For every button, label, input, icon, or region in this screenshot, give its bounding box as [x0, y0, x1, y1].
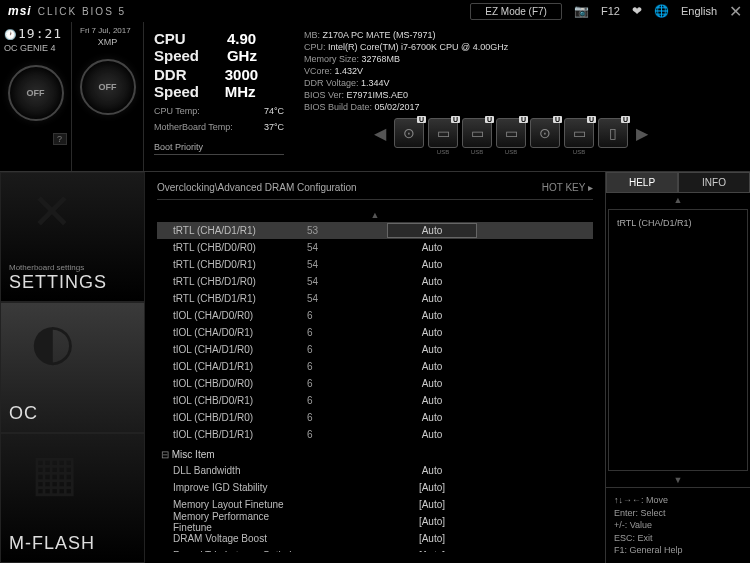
nav-settings[interactable]: ✕ Motherboard settings SETTINGS — [0, 172, 145, 302]
setting-name: tIOL (CHB/D0/R1) — [157, 395, 307, 406]
setting-val: Auto — [387, 361, 477, 372]
setting-row[interactable]: tRTL (CHB/D0/R0)54Auto — [157, 239, 593, 256]
hotkey-button[interactable]: HOT KEY — [542, 182, 593, 193]
mb-temp-label: MotherBoard Temp: — [154, 122, 233, 132]
hammer-icon: ✕ — [31, 183, 73, 241]
boot-device[interactable]: ⊙U — [394, 118, 424, 148]
msi-logo: msi — [8, 4, 32, 18]
setting-row[interactable]: tIOL (CHB/D1/R1)6Auto — [157, 426, 593, 443]
language-icon[interactable]: 🌐 — [654, 4, 669, 18]
breadcrumb: Overclocking\Advanced DRAM Configuration — [157, 182, 357, 193]
screenshot-icon[interactable]: 📷 — [574, 4, 589, 18]
clock-time: 19:21 — [18, 26, 62, 41]
setting-name: tRTL (CHB/D1/R1) — [157, 293, 307, 304]
cpu-speed-value: 4.90 GHz — [227, 30, 284, 64]
boot-next-icon[interactable]: ▶ — [632, 118, 652, 148]
xmp-state: OFF — [99, 82, 117, 92]
favorites-icon[interactable]: ❤ — [632, 4, 642, 18]
setting-name: tIOL (CHA/D0/R0) — [157, 310, 307, 321]
setting-num: 6 — [307, 327, 387, 338]
setting-num: 6 — [307, 412, 387, 423]
setting-row[interactable]: tIOL (CHB/D0/R0)6Auto — [157, 375, 593, 392]
setting-val: Auto — [387, 293, 477, 304]
boot-device[interactable]: ▭UUSB — [428, 118, 458, 148]
scroll-up-icon[interactable]: ▲ — [157, 208, 593, 222]
setting-row[interactable]: DLL BandwidthAuto — [157, 462, 593, 479]
setting-num: 54 — [307, 276, 387, 287]
boot-sub-label: USB — [505, 149, 517, 155]
clock-icon: 🕐 — [4, 29, 16, 40]
boot-device[interactable]: ▭UUSB — [462, 118, 492, 148]
setting-val: Auto — [387, 327, 477, 338]
help-scroll-up-icon[interactable]: ▲ — [606, 193, 750, 207]
setting-name: DLL Bandwidth — [157, 465, 307, 476]
setting-row[interactable]: DRAM Voltage Boost[Auto] — [157, 530, 593, 547]
setting-row[interactable]: tIOL (CHA/D1/R0)6Auto — [157, 341, 593, 358]
cpu-temp-value: 74°C — [264, 106, 284, 116]
oc-genie-state: OFF — [27, 88, 45, 98]
setting-row[interactable]: tIOL (CHA/D0/R0)6Auto — [157, 307, 593, 324]
mb-temp-value: 37°C — [264, 122, 284, 132]
uefi-badge: U — [519, 116, 528, 123]
help-keys: ↑↓→←: Move Enter: Select +/-: Value ESC:… — [606, 487, 750, 563]
help-scroll-down-icon[interactable]: ▼ — [606, 473, 750, 487]
uefi-badge: U — [587, 116, 596, 123]
setting-row[interactable]: Round Trip Latency Optimize[Auto] — [157, 547, 593, 552]
boot-device[interactable]: ⊙U — [530, 118, 560, 148]
close-icon[interactable]: ✕ — [729, 2, 742, 21]
nav-settings-label: SETTINGS — [9, 272, 136, 293]
setting-row[interactable]: Improve IGD Stability[Auto] — [157, 479, 593, 496]
setting-name: tIOL (CHB/D1/R1) — [157, 429, 307, 440]
oc-genie-dial[interactable]: OFF — [8, 65, 64, 121]
boot-device[interactable]: ▭UUSB — [564, 118, 594, 148]
setting-val: Auto — [387, 223, 477, 238]
setting-row[interactable]: tIOL (CHB/D1/R0)6Auto — [157, 409, 593, 426]
setting-row[interactable]: tRTL (CHB/D1/R0)54Auto — [157, 273, 593, 290]
nav-oc-label: OC — [9, 403, 136, 424]
setting-row[interactable]: tIOL (CHA/D0/R1)6Auto — [157, 324, 593, 341]
cpu-temp-label: CPU Temp: — [154, 106, 200, 116]
setting-row[interactable]: tRTL (CHA/D1/R1)53Auto — [157, 222, 593, 239]
setting-name: tIOL (CHB/D1/R0) — [157, 412, 307, 423]
clock-date: Fri 7 Jul, 2017 — [80, 26, 139, 35]
setting-num: 6 — [307, 429, 387, 440]
setting-val: Auto — [387, 276, 477, 287]
uefi-badge: U — [485, 116, 494, 123]
language-label[interactable]: English — [681, 5, 717, 17]
tab-info[interactable]: INFO — [678, 172, 750, 193]
cpu-value: Intel(R) Core(TM) i7-6700K CPU @ 4.00GHz — [328, 42, 508, 52]
setting-row[interactable]: tRTL (CHB/D0/R1)54Auto — [157, 256, 593, 273]
chip-icon: ▦ — [31, 444, 78, 502]
boot-sub-label: USB — [437, 149, 449, 155]
setting-val: [Auto] — [387, 516, 477, 527]
setting-val: Auto — [387, 310, 477, 321]
ez-mode-button[interactable]: EZ Mode (F7) — [470, 3, 562, 20]
tab-help[interactable]: HELP — [606, 172, 678, 193]
setting-num: 6 — [307, 361, 387, 372]
nav-oc[interactable]: ◐ OC — [0, 302, 145, 432]
setting-val: [Auto] — [387, 482, 477, 493]
misc-header[interactable]: Misc Item — [157, 443, 593, 462]
uefi-badge: U — [417, 116, 426, 123]
biosver-value: E7971IMS.AE0 — [347, 90, 409, 100]
ddr-speed-label: DDR Speed — [154, 66, 225, 100]
setting-name: DRAM Voltage Boost — [157, 533, 307, 544]
setting-num: 6 — [307, 344, 387, 355]
setting-row[interactable]: tRTL (CHB/D1/R1)54Auto — [157, 290, 593, 307]
boot-device[interactable]: ▭UUSB — [496, 118, 526, 148]
nav-mflash[interactable]: ▦ M-FLASH — [0, 433, 145, 563]
boot-sub-label: USB — [471, 149, 483, 155]
setting-name: Memory Layout Finetune — [157, 499, 307, 510]
setting-row[interactable]: tIOL (CHB/D0/R1)6Auto — [157, 392, 593, 409]
setting-num: 6 — [307, 310, 387, 321]
setting-row[interactable]: Memory Performance Finetune[Auto] — [157, 513, 593, 530]
boot-prev-icon[interactable]: ◀ — [370, 118, 390, 148]
setting-num: 54 — [307, 242, 387, 253]
setting-row[interactable]: tIOL (CHA/D1/R1)6Auto — [157, 358, 593, 375]
boot-device[interactable]: ▯U — [598, 118, 628, 148]
biosdate-label: BIOS Build Date: — [304, 102, 372, 112]
setting-num: 54 — [307, 293, 387, 304]
help-corner-button[interactable]: ? — [53, 133, 67, 145]
setting-name: tRTL (CHB/D1/R0) — [157, 276, 307, 287]
xmp-dial[interactable]: OFF — [80, 59, 136, 115]
